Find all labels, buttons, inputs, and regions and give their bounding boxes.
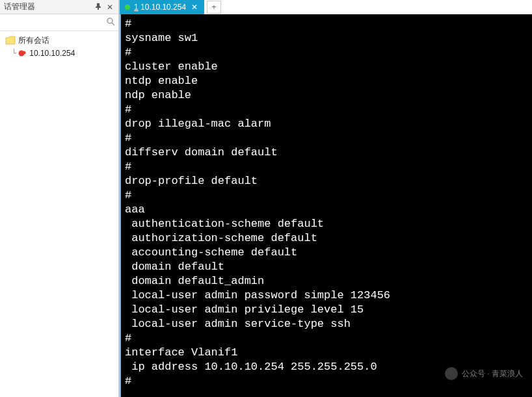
session-tree: 所有会话 └ 10.10.10.254 — [0, 31, 118, 397]
tree-root[interactable]: 所有会话 — [3, 34, 116, 47]
pin-icon[interactable] — [94, 3, 103, 12]
svg-point-3 — [23, 51, 26, 55]
terminal-output[interactable]: # sysname sw1 # cluster enable ntdp enab… — [120, 14, 532, 397]
tab-close-icon[interactable]: ✕ — [190, 3, 199, 12]
tab-bar: 1 10.10.10.254 ✕ + — [120, 0, 532, 14]
panel-title: 话管理器 — [4, 1, 91, 12]
tab-active[interactable]: 1 10.10.10.254 ✕ — [120, 0, 204, 14]
new-tab-button[interactable]: + — [207, 1, 221, 14]
connection-status-icon — [125, 5, 130, 10]
search-row — [0, 14, 118, 31]
tree-item-session[interactable]: └ 10.10.10.254 — [3, 47, 116, 60]
session-label: 10.10.10.254 — [29, 49, 75, 58]
tab-title: 1 10.10.10.254 — [134, 3, 186, 12]
tree-branch-icon: └ — [12, 49, 16, 58]
main-area: 1 10.10.10.254 ✕ + # sysname sw1 # clust… — [120, 0, 532, 397]
search-icon[interactable] — [105, 18, 116, 28]
svg-line-1 — [112, 23, 114, 25]
session-status-icon — [18, 49, 27, 58]
folder-icon — [5, 36, 16, 45]
tree-root-label: 所有会话 — [18, 35, 49, 46]
app-root: 话管理器 ✕ 所有会话 └ 10.1 — [0, 0, 532, 397]
close-icon[interactable]: ✕ — [105, 3, 114, 12]
search-input[interactable] — [3, 16, 105, 29]
svg-point-0 — [107, 18, 113, 23]
panel-header: 话管理器 ✕ — [0, 0, 118, 14]
session-manager-panel: 话管理器 ✕ 所有会话 └ 10.1 — [0, 0, 120, 397]
